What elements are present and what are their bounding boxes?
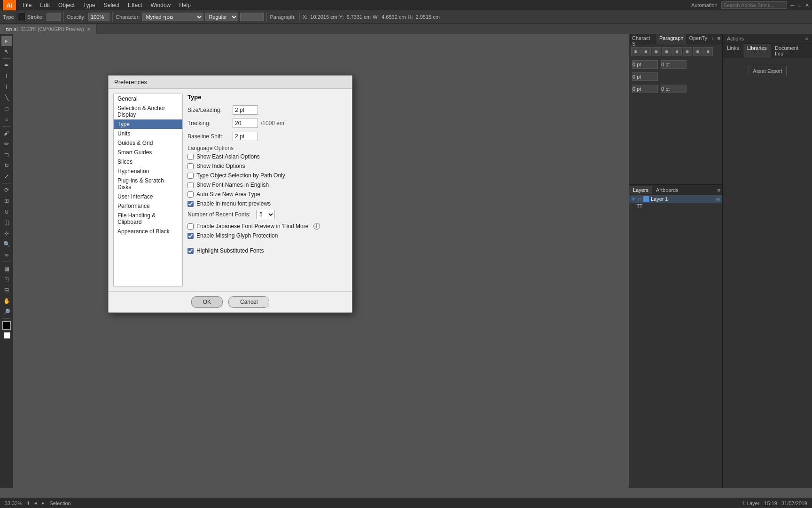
eyedropper-tool[interactable]: 🔍 [1,239,12,249]
slice-tool[interactable]: ⊟ [1,285,12,295]
space-after[interactable] [661,85,687,93]
menu-effect[interactable]: Effect [124,1,146,9]
sidebar-item-type[interactable]: Type [114,119,182,129]
menu-help[interactable]: Help [175,1,195,9]
opacity-input[interactable] [88,13,109,21]
justify-right[interactable]: ≡ [683,47,692,56]
column-graph-tool[interactable]: ▦ [1,263,12,274]
sidebar-item-user-interface[interactable]: User Interface [114,192,182,201]
ok-button[interactable]: OK [191,296,223,308]
window-close[interactable]: ✕ [805,2,809,8]
size-leading-input[interactable] [233,105,258,115]
missing-glyph-checkbox[interactable] [187,233,194,239]
curvature-tool[interactable]: ⌇ [1,71,12,81]
highlight-substituted-checkbox[interactable] [187,248,194,254]
layer-lock-icon[interactable]: ◻ [638,197,641,202]
actions-menu[interactable]: ≡ [805,36,808,41]
justify-all[interactable]: ≡ [693,47,703,56]
menu-type[interactable]: Type [79,1,99,9]
character-tab[interactable]: Charact S [629,34,656,44]
paragraph-tab[interactable]: Paragraph [656,34,686,44]
artboard-tool[interactable]: ⊡ [1,274,12,285]
panel-menu[interactable]: ≡ [716,34,722,44]
warp-tool[interactable]: ⟳ [1,185,12,195]
sidebar-item-file-handling[interactable]: File Handling & Clipboard [114,211,182,227]
japanese-preview-checkbox[interactable] [187,223,194,230]
layer-target[interactable]: ◎ [716,197,720,202]
opentype-tab[interactable]: OpenTy [686,34,710,44]
doc-info-tab[interactable]: Document Info [771,44,812,58]
left-indent[interactable] [632,60,658,69]
menu-select[interactable]: Select [100,1,123,9]
sidebar-item-appearance[interactable]: Appearance of Black [114,227,182,236]
hand-tool[interactable]: ✋ [1,296,12,306]
mesh-tool[interactable]: ⊹ [1,228,12,238]
font-names-checkbox[interactable] [187,182,194,188]
path-only-checkbox[interactable] [187,173,194,179]
sidebar-item-general[interactable]: General [114,94,182,103]
rotate-tool[interactable]: ↻ [1,160,12,171]
layers-menu[interactable]: ≡ [716,186,722,194]
libraries-tab[interactable]: Libraries [743,44,771,58]
font-select[interactable]: Myriad נוסף [142,13,203,21]
asset-export-button[interactable]: Asset Export [749,66,786,76]
blend-tool[interactable]: ∞ [1,250,12,260]
gradient-tool[interactable]: ◫ [1,217,12,228]
justify-left[interactable]: ≡ [662,47,671,56]
stroke-input[interactable] [47,13,61,21]
fill-color[interactable] [2,321,11,330]
selection-tool[interactable]: ▸ [1,36,12,46]
rect-tool[interactable]: □ [1,103,12,114]
space-before[interactable] [632,85,658,93]
font-size-input[interactable] [240,13,264,21]
layers-tab[interactable]: Layers [629,186,652,194]
scale-tool[interactable]: ⤢ [1,171,12,182]
indic-checkbox[interactable] [187,163,194,169]
type-tool[interactable]: T [1,82,12,92]
stock-search[interactable] [721,1,787,9]
recent-fonts-select[interactable]: 5 10 15 20 [256,210,275,219]
links-tab[interactable]: Links [723,44,743,58]
eraser-tool[interactable]: ◻ [1,150,12,160]
window-maximize[interactable]: □ [798,2,801,8]
doc-tab[interactable]: מס.ai 33.33% (CMYK/GPU Preview) ✕ [0,24,97,34]
window-minimize[interactable]: ─ [791,2,795,8]
justify-center[interactable]: ≡ [672,47,682,56]
panel-more[interactable]: › [710,34,716,44]
line-tool[interactable]: ╲ [1,93,12,103]
align-right[interactable]: ≡ [652,47,661,56]
layer-visibility-icon[interactable]: 👁 [631,197,636,202]
layer-name[interactable]: Layer 1 [651,196,714,202]
japanese-preview-info[interactable]: i [313,223,320,230]
first-line-indent[interactable] [632,72,658,81]
font-style-select[interactable]: Regular [205,13,238,21]
sidebar-item-plugins[interactable]: Plug-ins & Scratch Disks [114,176,182,192]
east-asian-checkbox[interactable] [187,154,194,160]
nav-prev[interactable]: ◂ [34,500,37,506]
zoom-tool[interactable]: 🔎 [1,307,12,317]
menu-file[interactable]: File [19,1,35,9]
right-indent[interactable] [661,60,687,69]
pencil-tool[interactable]: ✏ [1,139,12,149]
stroke-color[interactable] [4,332,10,339]
direct-selection-tool[interactable]: ↖ [1,47,12,57]
preferences-dialog[interactable]: Preferences General Selection & Anchor D… [108,75,352,313]
cancel-button[interactable]: Cancel [228,296,269,308]
align-left[interactable]: ≡ [631,47,640,56]
sidebar-item-smart-guides[interactable]: Smart Guides [114,148,182,157]
free-transform-tool[interactable]: ⊞ [1,196,12,206]
artboards-tab[interactable]: Artboards [652,186,682,194]
menu-window[interactable]: Window [147,1,175,9]
sublayer-name[interactable]: TT [637,204,642,209]
paintbrush-tool[interactable]: 🖌 [1,128,12,138]
nav-next[interactable]: ▸ [42,500,45,506]
menu-edit[interactable]: Edit [36,1,54,9]
sidebar-item-performance[interactable]: Performance [114,201,182,211]
auto-size-checkbox[interactable] [187,191,194,198]
sidebar-item-guides[interactable]: Guides & Grid [114,138,182,148]
sidebar-item-hyphenation[interactable]: Hyphenation [114,167,182,176]
baseline-shift-input[interactable] [233,132,258,141]
in-menu-checkbox[interactable] [187,201,194,207]
sidebar-item-selection[interactable]: Selection & Anchor Display [114,103,182,119]
align-center[interactable]: ≡ [641,47,651,56]
